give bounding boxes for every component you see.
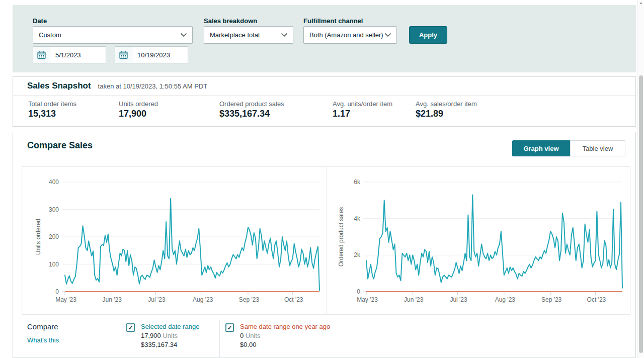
fulfillment-channel-selected-value: Both (Amazon and seller): [309, 31, 383, 39]
apply-button[interactable]: Apply: [409, 26, 447, 44]
compare-legend-footer: Compare What's this Selected date range …: [13, 317, 636, 358]
view-toggle: Graph view Table view: [512, 140, 625, 156]
x-tick-label: Jun '23: [404, 296, 424, 303]
date-filter-label: Date: [33, 17, 47, 25]
date-range-select[interactable]: Custom: [33, 26, 193, 44]
y-tick-label: 6k: [354, 178, 361, 186]
divider: [120, 320, 120, 358]
units-ordered-chart: 0100200300400May '23Jun '23Jul '23Aug '2…: [22, 166, 327, 315]
page-scrollbar[interactable]: ▲: [637, 0, 644, 358]
x-tick-label: Sep '23: [239, 296, 260, 303]
legend-item-selected-range: Selected date range 17,900 Units $335,16…: [126, 322, 219, 349]
y-tick-label: 2k: [354, 251, 361, 258]
y-tick-label: 100: [49, 261, 59, 268]
y-tick-label: 200: [49, 233, 59, 240]
start-date-value: 5/1/2023: [50, 47, 81, 63]
table-view-button[interactable]: Table view: [570, 140, 625, 156]
stat-units-ordered: Units ordered 17,900: [119, 100, 158, 119]
stat-avg-units-per-order: Avg. units/order item 1.17: [333, 100, 392, 119]
compare-sales-card: Compare Sales Graph view Table view 0100…: [13, 132, 636, 358]
sales-breakdown-selected-value: Marketplace total: [210, 31, 260, 39]
end-date-value: 10/19/2023: [132, 47, 170, 63]
x-tick-label: Aug '23: [193, 296, 213, 303]
x-tick-label: Sep '23: [541, 296, 562, 303]
calendar-icon: [33, 47, 50, 63]
legend-item-sales: $0.00: [240, 340, 341, 349]
snapshot-stats-row: Total order items 15,313 Units ordered 1…: [13, 96, 635, 127]
sales-snapshot-card: Sales Snapshot taken at 10/19/2023, 1:50…: [13, 76, 636, 127]
y-axis-label: Units ordered: [35, 219, 42, 255]
x-tick-label: Jun '23: [103, 296, 122, 303]
main-series-line: [65, 199, 319, 291]
x-tick-label: May '23: [357, 296, 378, 303]
ordered-product-sales-chart-svg: 02k4k6kMay '23Jun '23Jul '23Aug '23Sep '…: [327, 167, 630, 314]
x-tick-label: Jul '23: [450, 296, 467, 303]
filter-panel: Date Custom 5/1/2023 10/19/2023 Sales br…: [13, 5, 636, 72]
sales-breakdown-select[interactable]: Marketplace total: [204, 26, 293, 44]
x-tick-label: May '23: [55, 296, 76, 303]
x-tick-label: Oct '23: [284, 296, 303, 303]
sales-breakdown-label: Sales breakdown: [204, 17, 257, 25]
compare-heading: Compare: [27, 322, 58, 331]
legend-item-sales: $335,167.34: [141, 340, 219, 349]
year-ago-checkbox[interactable]: [225, 323, 234, 332]
x-tick-label: Oct '23: [587, 296, 606, 303]
y-tick-label: 300: [49, 206, 59, 213]
stat-ordered-product-sales: Ordered product sales $335,167.34: [219, 100, 284, 119]
sales-snapshot-timestamp: taken at 10/19/2023, 1:50:55 AM PDT: [98, 82, 208, 90]
selected-range-checkbox[interactable]: [126, 323, 135, 332]
divider: [219, 320, 220, 358]
chevron-down-icon: [180, 33, 187, 37]
scrollbar-thumb[interactable]: [639, 75, 643, 353]
date-range-selected-value: Custom: [39, 31, 61, 39]
y-tick-label: 400: [49, 178, 59, 186]
legend-item-label: Selected date range: [141, 322, 219, 331]
units-ordered-chart-svg: 0100200300400May '23Jun '23Jul '23Aug '2…: [22, 167, 327, 314]
graph-view-button[interactable]: Graph view: [512, 140, 570, 156]
sales-snapshot-header: Sales Snapshot taken at 10/19/2023, 1:50…: [13, 77, 635, 96]
sales-dashboard-page: Date Custom 5/1/2023 10/19/2023 Sales br…: [0, 0, 644, 358]
end-date-input[interactable]: 10/19/2023: [115, 46, 188, 63]
sales-snapshot-title: Sales Snapshot: [27, 81, 91, 91]
x-tick-label: Aug '23: [495, 296, 516, 303]
stat-avg-sales-per-order: Avg. sales/order item $21.89: [416, 100, 477, 119]
y-axis-label: Ordered product sales: [338, 207, 345, 267]
chevron-down-icon: [281, 33, 288, 37]
x-tick-label: Jul '23: [148, 296, 166, 303]
stat-total-order-items: Total order items 15,313: [28, 100, 76, 119]
fulfillment-channel-label: Fulfillment channel: [303, 17, 363, 25]
chevron-down-icon: [384, 33, 391, 37]
legend-item-year-ago: Same date range one year ago 0 Units $0.…: [225, 322, 341, 349]
ordered-product-sales-chart: 02k4k6kMay '23Jun '23Jul '23Aug '23Sep '…: [327, 166, 630, 315]
y-tick-label: 0: [357, 288, 360, 295]
legend-item-label: Same date range one year ago: [240, 322, 341, 331]
y-tick-label: 4k: [354, 215, 361, 222]
fulfillment-channel-select[interactable]: Both (Amazon and seller): [303, 26, 397, 44]
calendar-icon: [115, 47, 132, 63]
legend-item-units: 17,900 Units: [141, 331, 219, 340]
compare-sales-title: Compare Sales: [27, 140, 93, 151]
start-date-input[interactable]: 5/1/2023: [33, 46, 106, 63]
charts-container: 0100200300400May '23Jun '23Jul '23Aug '2…: [22, 166, 630, 315]
legend-item-units: 0 Units: [240, 331, 341, 340]
whats-this-link[interactable]: What's this: [27, 336, 59, 344]
scrollbar-up-arrow[interactable]: ▲: [639, 1, 643, 5]
main-series-line: [366, 195, 622, 288]
y-tick-label: 0: [55, 288, 59, 295]
